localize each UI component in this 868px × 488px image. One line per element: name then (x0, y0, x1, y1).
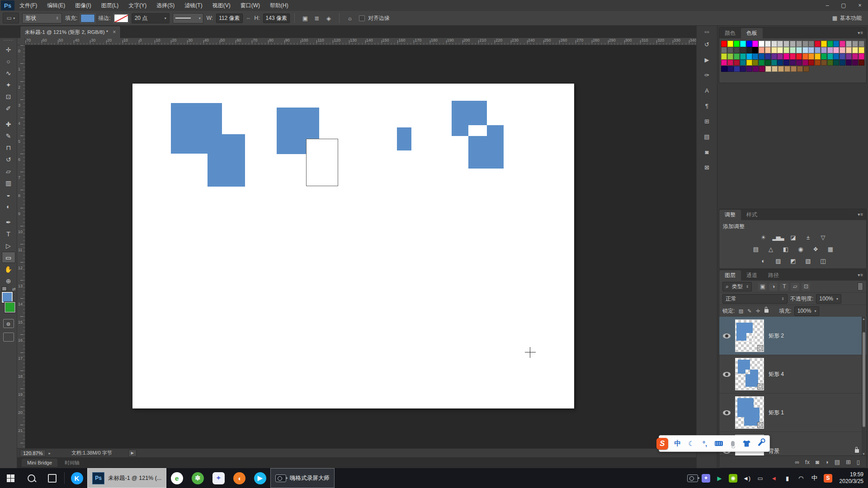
color-swatch[interactable] (783, 47, 789, 53)
color-swatch[interactable] (734, 66, 740, 72)
color-swatch[interactable] (821, 41, 827, 47)
color-lookup-icon[interactable]: ▦ (825, 244, 835, 253)
path-operations-button[interactable]: ▣ (299, 13, 311, 23)
filter-switch-toggle[interactable] (858, 282, 863, 291)
color-swatch[interactable] (727, 41, 733, 47)
lock-all-icon[interactable] (763, 308, 770, 314)
color-swatch[interactable] (859, 47, 864, 53)
color-swatch[interactable] (721, 60, 727, 66)
brush-presets-panel-icon[interactable]: ✑ (699, 69, 715, 81)
lock-transparency-icon[interactable]: ▨ (737, 308, 744, 314)
tencent-video-tray-icon[interactable]: ▶ (714, 472, 726, 484)
panel-menu-icon[interactable]: ▾≡ (858, 212, 863, 217)
color-swatch[interactable] (734, 41, 740, 47)
ruler-origin-corner[interactable] (17, 38, 25, 45)
color-swatch[interactable] (783, 60, 789, 66)
color-swatch[interactable] (746, 41, 752, 47)
color-swatch[interactable] (759, 53, 764, 59)
minimize-button[interactable]: – (819, 0, 835, 11)
color-swatch[interactable] (846, 53, 852, 59)
taskbar-clock[interactable]: 19:59 2020/3/25 (838, 471, 868, 485)
color-swatch[interactable] (759, 47, 764, 53)
brightness-contrast-icon[interactable]: ☀ (758, 233, 769, 242)
color-swatch[interactable] (815, 53, 821, 59)
color-swatch[interactable] (840, 41, 845, 47)
layer-style-icon[interactable]: fx (805, 459, 810, 465)
layer-thumbnail[interactable] (735, 396, 764, 429)
paragraph-panel-icon[interactable]: ¶ (699, 100, 715, 112)
youdao-leaf-pin[interactable]: ✽ (187, 468, 208, 488)
document-tab[interactable]: 未标题-1 @ 121% (矩形 2, RGB/8) * × (20, 26, 121, 38)
scroll-up-icon[interactable]: ▲ (862, 317, 865, 320)
kugou-music-pin[interactable]: K (66, 468, 87, 488)
photo-filter-icon[interactable]: ◉ (795, 244, 806, 253)
adjustments-tab[interactable]: 样式 (741, 210, 763, 220)
color-swatch[interactable] (827, 41, 833, 47)
color-swatch[interactable] (740, 41, 746, 47)
color-swatch[interactable] (821, 47, 827, 53)
thunder-tray-icon[interactable]: ✦ (700, 472, 712, 484)
history-panel-icon[interactable]: ↺ (699, 38, 715, 50)
spot-healing-tool[interactable]: ✚ (2, 118, 15, 130)
wifi-tray-icon[interactable]: ◠ (795, 472, 807, 484)
menu-item[interactable]: 图像(I) (70, 0, 96, 11)
color-swatch[interactable] (808, 41, 814, 47)
fill-dropdown[interactable]: 100% ▾ (794, 306, 820, 316)
opacity-dropdown[interactable]: 100% ▾ (816, 294, 841, 304)
color-swatch[interactable] (852, 41, 858, 47)
recorder-tray-icon[interactable] (687, 472, 698, 484)
align-button[interactable]: ≣ (311, 13, 323, 23)
marquee-tool[interactable]: ○ (2, 56, 15, 67)
ime-mode-tray-icon[interactable]: 中 (809, 472, 821, 484)
color-swatch[interactable] (746, 53, 752, 59)
geometry-options-gear-icon[interactable]: ☼ (344, 13, 356, 23)
visibility-eye-icon[interactable] (723, 410, 731, 415)
exposure-icon[interactable]: ± (802, 233, 813, 242)
color-swatch[interactable] (833, 60, 839, 66)
brush-tool[interactable]: ✎ (2, 130, 15, 141)
taskbar-search-button[interactable] (21, 468, 42, 488)
color-swatch[interactable] (827, 60, 833, 66)
filter-type-dropdown[interactable]: ⌕ 类型 ⇕ (722, 282, 752, 291)
fill-color-swatch[interactable] (80, 14, 95, 23)
bottom-panel-tab[interactable]: Mini Bridge (22, 459, 57, 467)
move-tool[interactable]: ✛ (2, 44, 15, 55)
color-swatch[interactable] (740, 47, 746, 53)
ime-toolbox-wrench-icon[interactable] (757, 441, 764, 446)
blur-tool[interactable]: ◒ (2, 189, 15, 200)
vibrance-icon[interactable]: ▽ (817, 233, 828, 242)
color-swatch[interactable] (827, 47, 833, 53)
ime-fullwidth-moon-icon[interactable]: ☾ (688, 440, 695, 448)
color-swatch[interactable] (846, 60, 852, 66)
color-swatch[interactable] (753, 66, 759, 72)
clone-stamp-tool[interactable]: ⊓ (2, 142, 15, 153)
color-swatch[interactable] (791, 66, 797, 72)
color-swatch[interactable] (796, 53, 802, 59)
visibility-eye-icon[interactable] (723, 333, 731, 338)
layers-tab[interactable]: 图层 (719, 270, 741, 281)
threshold-icon[interactable]: ◩ (788, 256, 798, 265)
bottom-panel-tab[interactable]: 时间轴 (59, 458, 85, 468)
layer-row[interactable]: 矩形 1 (719, 394, 866, 432)
color-swatch[interactable] (821, 60, 827, 66)
link-layers-icon[interactable]: ∞ (795, 459, 799, 465)
color-swatch[interactable] (746, 47, 752, 53)
close-document-icon[interactable]: × (113, 29, 116, 35)
swap-colors-icon[interactable]: ⇄ (12, 287, 16, 291)
color-swatch[interactable] (734, 47, 740, 53)
photoshop-task[interactable]: Ps未标题-1 @ 121% (... (87, 468, 166, 488)
panel-menu-icon[interactable]: ▾≡ (858, 30, 863, 35)
color-swatch[interactable] (771, 41, 777, 47)
menu-item[interactable]: 选择(S) (151, 0, 179, 11)
screen-mode-button[interactable] (3, 333, 14, 342)
zoom-level-field[interactable]: 120.87% (20, 450, 46, 457)
lasso-tool[interactable]: ∿ (2, 67, 15, 79)
document-canvas[interactable] (132, 84, 574, 408)
gradient-tool[interactable]: ▥ (2, 177, 15, 188)
rectangle-tool[interactable]: ▭ (2, 252, 15, 263)
color-swatch[interactable] (859, 60, 864, 66)
ime-soft-keyboard-icon[interactable] (715, 441, 723, 446)
color-swatch[interactable] (790, 53, 796, 59)
horizontal-ruler[interactable]: 7060504030201001020304050607080901001101… (25, 38, 696, 45)
swatches-tab[interactable]: 色板 (741, 28, 763, 38)
